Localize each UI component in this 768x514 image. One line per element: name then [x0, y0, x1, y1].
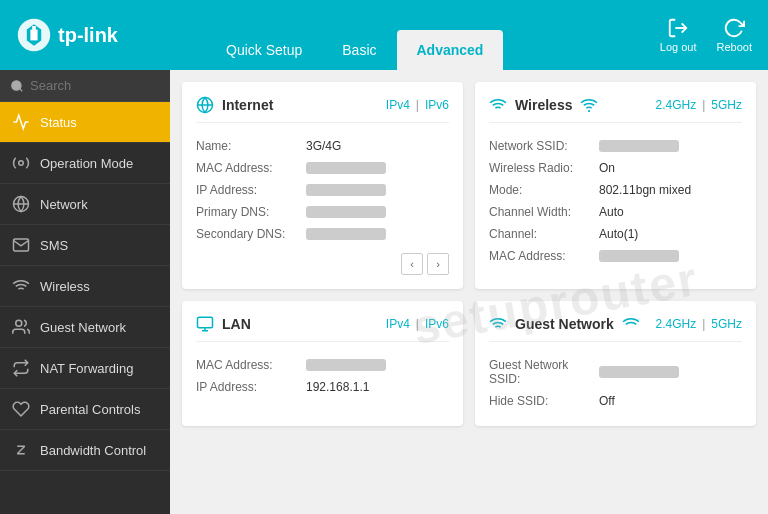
tab-advanced[interactable]: Advanced — [397, 30, 504, 70]
sidebar-item-wireless[interactable]: Wireless — [0, 266, 170, 307]
status-icon — [12, 113, 30, 131]
svg-rect-16 — [198, 317, 213, 328]
wireless-card: Wireless 2.4GHz | 5GHz — [475, 82, 756, 289]
guest-network-card-title-area: Guest Network — [489, 315, 640, 333]
guest-network-signal-icon — [622, 315, 640, 333]
guest-network-card-links: 2.4GHz | 5GHz — [656, 317, 743, 331]
network-icon — [12, 195, 30, 213]
guest-network-card-header: Guest Network 2.4GHz | 5GHz — [489, 315, 742, 342]
svg-point-10 — [16, 320, 22, 326]
svg-rect-2 — [32, 26, 36, 33]
wireless-mode-row: Mode: 802.11bgn mixed — [489, 179, 742, 201]
internet-ip-row: IP Address: — [196, 179, 449, 201]
lan-mac-row: MAC Address: — [196, 354, 449, 376]
operation-mode-icon — [12, 154, 30, 172]
guest-hide-ssid-row: Hide SSID: Off — [489, 390, 742, 412]
lan-ip-row: IP Address: 192.168.1.1 — [196, 376, 449, 398]
search-input[interactable] — [30, 78, 160, 93]
wireless-status-icon — [489, 96, 507, 114]
lan-ipv4-link[interactable]: IPv4 — [386, 317, 410, 331]
guest-network-5g-link[interactable]: 5GHz — [711, 317, 742, 331]
internet-card: Internet IPv4 | IPv6 Name: 3G/4G MAC Add… — [182, 82, 463, 289]
internet-name-row: Name: 3G/4G — [196, 135, 449, 157]
guest-ssid-row: Guest Network SSID: — [489, 354, 742, 390]
internet-ipv6-link[interactable]: IPv6 — [425, 98, 449, 112]
internet-card-title-area: Internet — [196, 96, 273, 114]
internet-prev-button[interactable]: ‹ — [401, 253, 423, 275]
wireless-radio-row: Wireless Radio: On — [489, 157, 742, 179]
sidebar-item-network[interactable]: Network — [0, 184, 170, 225]
wireless-card-title-area: Wireless — [489, 96, 598, 114]
guest-network-card-icon — [489, 315, 507, 333]
internet-card-nav: ‹ › — [196, 253, 449, 275]
logout-button[interactable]: Log out — [660, 17, 697, 53]
sidebar-item-nat-forwarding[interactable]: NAT Forwarding — [0, 348, 170, 389]
wireless-channel-width-row: Channel Width: Auto — [489, 201, 742, 223]
sidebar-item-operation-mode[interactable]: Operation Mode — [0, 143, 170, 184]
tp-link-logo-icon — [16, 17, 52, 53]
sidebar-item-guest-network[interactable]: Guest Network — [0, 307, 170, 348]
main-layout: Status Operation Mode Network SMS — [0, 70, 768, 514]
wireless-card-header: Wireless 2.4GHz | 5GHz — [489, 96, 742, 123]
lan-card-header: LAN IPv4 | IPv6 — [196, 315, 449, 342]
nav-tabs: Quick Setup Basic Advanced — [186, 0, 660, 70]
internet-secondary-dns-row: Secondary DNS: — [196, 223, 449, 245]
logout-icon — [667, 17, 689, 39]
tab-quick-setup[interactable]: Quick Setup — [206, 30, 322, 70]
wireless-ssid-row: Network SSID: — [489, 135, 742, 157]
svg-point-15 — [588, 110, 590, 112]
sidebar-item-parental-controls[interactable]: Parental Controls — [0, 389, 170, 430]
lan-card-links: IPv4 | IPv6 — [386, 317, 449, 331]
wireless-channel-row: Channel: Auto(1) — [489, 223, 742, 245]
sidebar-search-container — [0, 70, 170, 102]
internet-primary-dns-row: Primary DNS: — [196, 201, 449, 223]
wireless-card-links: 2.4GHz | 5GHz — [656, 98, 743, 112]
sidebar-item-bandwidth-control[interactable]: Bandwidth Control — [0, 430, 170, 471]
tab-basic[interactable]: Basic — [322, 30, 396, 70]
logo-text: tp-link — [58, 24, 118, 47]
content-area: setuprouter Internet IPv4 | — [170, 70, 768, 514]
lan-card: LAN IPv4 | IPv6 MAC Address: IP Address: — [182, 301, 463, 426]
internet-next-button[interactable]: › — [427, 253, 449, 275]
header: tp-link Quick Setup Basic Advanced Log o… — [0, 0, 768, 70]
reboot-icon — [723, 17, 745, 39]
sms-icon — [12, 236, 30, 254]
svg-line-5 — [20, 88, 23, 91]
wireless-5g-link[interactable]: 5GHz — [711, 98, 742, 112]
lan-card-title-area: LAN — [196, 315, 251, 333]
internet-mac-row: MAC Address: — [196, 157, 449, 179]
guest-network-icon — [12, 318, 30, 336]
internet-icon — [196, 96, 214, 114]
svg-point-6 — [19, 161, 24, 166]
cards-grid: Internet IPv4 | IPv6 Name: 3G/4G MAC Add… — [182, 82, 756, 426]
internet-card-header: Internet IPv4 | IPv6 — [196, 96, 449, 123]
wireless-2g-link[interactable]: 2.4GHz — [656, 98, 697, 112]
internet-ipv4-link[interactable]: IPv4 — [386, 98, 410, 112]
header-actions: Log out Reboot — [660, 17, 752, 53]
search-icon — [10, 79, 24, 93]
lan-ipv6-link[interactable]: IPv6 — [425, 317, 449, 331]
nat-icon — [12, 359, 30, 377]
logo-area: tp-link — [16, 17, 186, 53]
sidebar-item-sms[interactable]: SMS — [0, 225, 170, 266]
internet-card-links: IPv4 | IPv6 — [386, 98, 449, 112]
sidebar-item-status[interactable]: Status — [0, 102, 170, 143]
parental-icon — [12, 400, 30, 418]
bandwidth-icon — [12, 441, 30, 459]
wireless-mac-row: MAC Address: — [489, 245, 742, 267]
sidebar: Status Operation Mode Network SMS — [0, 70, 170, 514]
lan-icon — [196, 315, 214, 333]
guest-network-card: Guest Network 2.4GHz | 5GHz Guest Networ… — [475, 301, 756, 426]
svg-line-11 — [17, 446, 25, 454]
wireless-signal-icon — [580, 96, 598, 114]
svg-point-4 — [12, 80, 21, 89]
guest-network-2g-link[interactable]: 2.4GHz — [656, 317, 697, 331]
reboot-button[interactable]: Reboot — [717, 17, 752, 53]
wireless-icon — [12, 277, 30, 295]
